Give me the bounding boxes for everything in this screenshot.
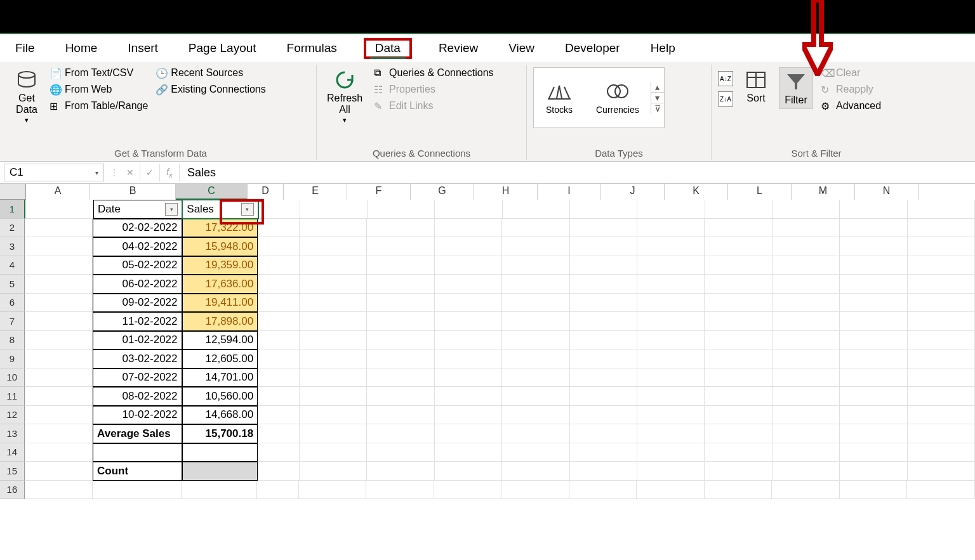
cell[interactable] [908,424,975,443]
cell[interactable] [300,312,367,331]
cell[interactable] [258,462,300,481]
cell[interactable] [570,443,637,462]
cell[interactable] [908,200,975,219]
cell[interactable] [840,368,907,387]
cell[interactable] [502,443,569,462]
cell[interactable] [435,237,502,256]
cell[interactable] [637,219,705,238]
menu-view[interactable]: View [505,39,538,58]
cell[interactable] [840,406,907,425]
col-header-H[interactable]: H [474,184,538,200]
cell-date[interactable]: 06-02-2022 [93,275,182,294]
cell[interactable] [300,237,367,256]
cell[interactable] [25,219,93,238]
menu-page-layout[interactable]: Page Layout [185,39,260,58]
currencies-button[interactable]: Currencies [585,77,651,119]
cell[interactable] [840,200,907,219]
row-header-11[interactable]: 11 [0,387,25,406]
cell[interactable] [435,200,502,219]
cell[interactable] [908,312,975,331]
cell[interactable] [773,219,840,238]
cell[interactable] [705,443,772,462]
cell[interactable] [300,424,367,443]
cell-sales[interactable]: 19,359.00 [182,256,258,275]
cell[interactable] [570,462,637,481]
cell[interactable] [25,312,93,331]
cell-sales[interactable]: 10,560.00 [182,387,258,406]
cell[interactable] [705,237,772,256]
cell[interactable] [705,256,772,275]
cell[interactable] [637,200,705,219]
cell-date[interactable]: 07-02-2022 [93,368,182,387]
cell[interactable] [435,312,502,331]
cell[interactable] [840,481,908,500]
cell[interactable] [258,294,300,313]
cell[interactable] [637,256,705,275]
cell[interactable] [705,294,772,313]
cell[interactable] [258,312,300,331]
col-header-F[interactable]: F [347,184,411,200]
cell[interactable] [258,219,300,238]
spreadsheet-grid[interactable]: A B C D E F G H I J K L M N 1Date▾Sales▾… [0,184,975,499]
cell[interactable] [435,294,502,313]
cell[interactable] [502,406,569,425]
cell[interactable] [840,275,907,294]
cell[interactable] [258,387,300,406]
cell-date[interactable]: 11-02-2022 [93,312,182,331]
stocks-button[interactable]: Stocks [534,77,585,119]
cell[interactable] [25,275,93,294]
cell[interactable] [25,237,93,256]
cell[interactable] [570,294,637,313]
cell[interactable] [182,443,258,462]
cell[interactable] [258,349,300,368]
cell-date[interactable]: 08-02-2022 [93,387,182,406]
cell[interactable] [570,368,637,387]
cell-date[interactable]: 05-02-2022 [93,256,182,275]
cell[interactable] [25,256,93,275]
cell[interactable] [773,331,840,350]
cell[interactable] [705,406,772,425]
cell[interactable] [435,368,502,387]
cell[interactable] [637,481,705,500]
cell[interactable] [258,443,300,462]
cell[interactable] [25,294,93,313]
col-header-I[interactable]: I [538,184,601,200]
get-data-button[interactable]: Get Data ▾ [11,67,42,125]
cell[interactable] [502,424,569,443]
menu-formulas[interactable]: Formulas [283,39,341,58]
cell[interactable] [366,481,434,500]
cell[interactable] [840,256,907,275]
cell[interactable] [258,200,300,219]
cell[interactable] [908,237,975,256]
cell[interactable] [502,331,569,350]
cell[interactable] [773,256,840,275]
cell[interactable] [258,368,300,387]
cell[interactable] [435,406,502,425]
menu-developer[interactable]: Developer [561,39,624,58]
cell[interactable] [300,462,367,481]
cell-sales[interactable]: 15,948.00 [182,237,258,256]
cell[interactable] [182,481,257,500]
header-date[interactable]: Date▾ [93,200,182,219]
name-box[interactable]: C1▾ [4,164,104,181]
cell[interactable] [705,275,772,294]
cell[interactable] [435,256,502,275]
cell[interactable] [773,294,840,313]
cell[interactable] [300,368,367,387]
cell-date[interactable]: 03-02-2022 [93,349,182,368]
cell[interactable] [367,368,434,387]
cell-avg-value[interactable]: 15,700.18 [182,424,258,443]
cell-sales[interactable]: 12,594.00 [182,331,258,350]
cell[interactable] [840,424,907,443]
col-header-C[interactable]: C [176,184,248,200]
cell-count-value[interactable] [182,462,258,481]
cell[interactable] [569,481,637,500]
cell[interactable] [840,349,907,368]
cell-sales[interactable]: 17,636.00 [182,275,258,294]
cell[interactable] [840,387,907,406]
col-header-L[interactable]: L [728,184,792,200]
col-header-A[interactable]: A [26,184,90,200]
row-header-7[interactable]: 7 [0,312,25,331]
cell-count-label[interactable]: Count [93,462,182,481]
cell[interactable] [637,331,705,350]
